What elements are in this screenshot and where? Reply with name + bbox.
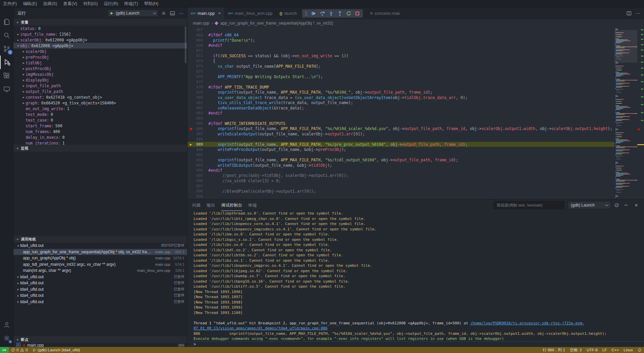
menu-item[interactable]: 运行(R) xyxy=(101,1,121,6)
indentation-status[interactable]: 空格: 2 xyxy=(567,347,584,353)
settings-gear-icon[interactable] xyxy=(0,331,13,345)
code-line[interactable]: 899 xyxy=(187,194,614,199)
variable-row[interactable]: ▸scalerObj xyxy=(13,49,187,54)
chevron-right-icon[interactable]: ▸ xyxy=(16,38,20,42)
code-line[interactable]: 872 if((VX_SUCCESS == status) && (obj->e… xyxy=(187,53,614,58)
variable-row[interactable]: ▸input_file_path xyxy=(13,83,187,89)
code-lines[interactable]: 867868#ifdef x86_64869 printf("Done!\n")… xyxy=(187,27,614,199)
notifications-bell-icon[interactable] xyxy=(635,347,644,353)
drag-grip-icon[interactable] xyxy=(305,11,308,16)
variable-row[interactable]: num_iterations:1 xyxy=(13,140,187,145)
menu-item[interactable]: 编辑(E) xyxy=(20,1,40,6)
code-editor[interactable]: 867868#ifdef x86_64869 printf("Done!\n")… xyxy=(187,27,644,199)
code-line[interactable]: 898 //blendPixel(scalerObj->output1.arr[… xyxy=(187,189,614,194)
panel-tab-调试控制台[interactable]: 调试控制台 xyxy=(221,199,242,211)
language-mode[interactable]: C++ xyxy=(609,347,621,353)
code-line[interactable]: 875 xyxy=(187,69,614,74)
code-line[interactable]: ●886 snprintf(output_file_name, APP_MAX_… xyxy=(187,126,614,131)
code-line[interactable]: 887 writeScalerOutput(output_file_name, … xyxy=(187,131,614,136)
scrollbar[interactable] xyxy=(185,26,186,63)
remote-explorer-icon[interactable] xyxy=(0,83,13,96)
menu-item[interactable]: 转到(G) xyxy=(80,1,101,6)
panel-tab-输出[interactable]: 输出 xyxy=(207,199,215,211)
extensions-icon[interactable] xyxy=(0,69,13,83)
call-stack-thread[interactable]: ▾tda4_ufld.out因STEP已暂停 xyxy=(13,243,187,249)
chevron-right-icon[interactable]: ▸ xyxy=(22,61,26,65)
variables-section-header[interactable]: ▾ 变量 xyxy=(13,19,187,26)
breadcrumb-symbol[interactable]: app_run_graph_for_one_frame_sequential(A… xyxy=(220,21,333,26)
remote-indicator[interactable]: >< xyxy=(0,347,9,353)
call-stack-thread[interactable]: ▸tda4_ufld.out已暂停 xyxy=(13,292,187,299)
code-line[interactable]: 885#ifdef WRITE_INTERMEDIATE_OUTPUTS xyxy=(187,121,614,126)
code-line[interactable]: 877 xyxy=(187,79,614,85)
restart-icon[interactable] xyxy=(346,11,351,16)
variable-row[interactable]: ▸graph:0x664520 <g_tivx_objects+158400> xyxy=(13,100,187,106)
variable-row[interactable]: ▸scalerObj:0x612008 <gAppObj> xyxy=(13,37,187,43)
watch-section-header[interactable]: ▾ 监视 xyxy=(13,145,187,152)
code-line[interactable]: 896 //vx_uint8 clolor[3] = 0; xyxy=(187,178,614,183)
variable-row[interactable]: status:0 xyxy=(13,26,187,31)
tab-concerto.mak[interactable]: ≡concerto.mak xyxy=(367,7,404,19)
code-line[interactable]: 868#ifdef x86_64 xyxy=(187,32,614,37)
minimap-slider[interactable] xyxy=(614,30,637,63)
chevron-right-icon[interactable]: ▸ xyxy=(22,55,26,59)
tab-launch[interactable]: {}launch xyxy=(276,7,300,19)
menu-item[interactable]: 帮助(H) xyxy=(141,1,161,6)
code-line[interactable]: 892 snprintf(output_file_name, APP_MAX_F… xyxy=(187,157,614,162)
code-line[interactable]: 867 xyxy=(187,27,614,32)
code-line[interactable]: 869 printf("Done!\n"); xyxy=(187,38,614,43)
breakpoint-checkbox[interactable]: ✓ xyxy=(16,343,21,347)
code-line[interactable]: ▶889 snprintf(output_file_name, APP_MAX_… xyxy=(187,142,614,147)
stack-frame[interactable]: app_tidl_pinet_main(vx_int32 argc, vx_ch… xyxy=(13,261,187,268)
stack-frame[interactable]: app_run_graph_for_one_frame_sequential(A… xyxy=(13,249,187,255)
encoding-status[interactable]: UTF-8 xyxy=(584,347,600,353)
breadcrumb-file[interactable]: main.cpp xyxy=(193,21,209,26)
chevron-right-icon[interactable]: ▸ xyxy=(16,32,20,36)
code-line[interactable]: 876 APP_PRINTF("App Writing Outputs Star… xyxy=(187,74,614,79)
chevron-right-icon[interactable]: ▸ xyxy=(22,50,26,53)
os-indicator[interactable]: Linux xyxy=(621,347,636,353)
chevron-right-icon[interactable]: ▸ xyxy=(22,72,26,76)
cursor-position[interactable]: 行 889，列 1 xyxy=(540,347,567,353)
menu-item[interactable]: 文件(F) xyxy=(0,1,20,6)
source-control-icon[interactable]: 1 xyxy=(0,42,13,56)
variable-row[interactable]: test_mode:0 xyxy=(13,111,187,117)
code-line[interactable]: 879 snprintf(output_file_name, APP_MAX_F… xyxy=(187,90,614,95)
stack-frame[interactable]: main(int argc, char ** argv)main_linux_a… xyxy=(13,267,187,274)
code-line[interactable]: 874 vx_char output_file_name[APP_MAX_FIL… xyxy=(187,64,614,69)
code-line[interactable]: 890 writePreProcOutput(output_file_name,… xyxy=(187,147,614,152)
run-debug-icon[interactable] xyxy=(0,56,13,69)
variable-row[interactable]: delay_in_msecs:0 xyxy=(13,134,187,140)
breakpoint-dot-icon[interactable]: ● xyxy=(187,126,194,131)
variable-row[interactable]: ▸input_file_name:[256] xyxy=(13,31,187,37)
code-line[interactable]: 897 xyxy=(187,184,614,189)
problems-status[interactable]: 0 0 xyxy=(9,347,30,353)
menu-item[interactable]: 查看(V) xyxy=(60,1,80,6)
variable-row[interactable]: en_out_img_write:1 xyxy=(13,106,187,111)
variable-row[interactable]: ▸tidlObj xyxy=(13,60,187,66)
stack-frame[interactable]: app_run_graph(AppObj * obj)main.cpp1076:… xyxy=(13,255,187,261)
call-stack-section-header[interactable]: ▾ 调用堆栈 xyxy=(13,236,187,243)
explorer-icon[interactable] xyxy=(0,15,13,29)
code-line[interactable]: 878#ifdef APP_TIDL_TRACE_DUMP xyxy=(187,85,614,90)
overview-ruler[interactable] xyxy=(637,27,644,199)
breakpoints-section-header[interactable]: ▾ 断点 xyxy=(13,336,187,343)
more-actions-icon[interactable]: ⋯ xyxy=(178,10,184,17)
chevron-right-icon[interactable]: ▸ xyxy=(22,84,26,88)
panel-tab-终端[interactable]: 终端 xyxy=(248,199,257,211)
chevron-right-icon[interactable]: ▸ xyxy=(22,67,26,70)
variable-row[interactable]: ▾obj:0x612008 <gAppObj> xyxy=(13,43,187,49)
search-icon[interactable] xyxy=(0,29,13,42)
configure-gear-icon[interactable] xyxy=(160,10,167,17)
tab-main.cpp[interactable]: C++main.cpp✕ xyxy=(187,7,225,19)
code-line[interactable]: 884 xyxy=(187,116,614,121)
code-line[interactable]: 882 vxReleaseUserDataObject(&trace_data)… xyxy=(187,105,614,110)
debug-session-select[interactable]: (gdb) Launch xyxy=(568,201,611,209)
tab-main_linux_arm.cpp[interactable]: C++main_linux_arm.cpp xyxy=(225,7,276,19)
breadcrumb[interactable]: main.cpp › app_run_graph_for_one_frame_s… xyxy=(187,19,644,27)
account-icon[interactable] xyxy=(0,318,13,331)
variable-row[interactable]: ▸displayObj xyxy=(13,77,187,83)
call-stack-thread[interactable]: ▸tda4_ufld.out已暂停 xyxy=(13,286,187,293)
menu-item[interactable]: 选择(S) xyxy=(40,1,60,6)
step-into-icon[interactable] xyxy=(328,11,334,16)
